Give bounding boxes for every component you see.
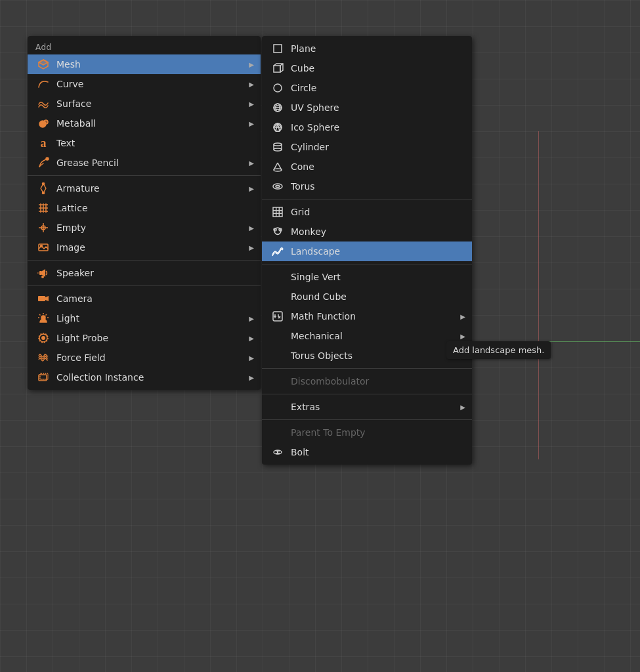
tooltip-text: Add landscape mesh. bbox=[453, 345, 544, 355]
svg-point-28 bbox=[41, 336, 45, 340]
mesh-item-bolt[interactable]: Bolt bbox=[262, 442, 472, 462]
plane-icon bbox=[268, 42, 287, 55]
menu-header: Add bbox=[28, 39, 261, 54]
light-probe-arrow: ▶ bbox=[242, 335, 254, 342]
collection-arrow: ▶ bbox=[242, 374, 254, 381]
menu-item-camera[interactable]: Camera bbox=[28, 289, 261, 308]
svg-rect-49 bbox=[273, 207, 282, 217]
camera-icon bbox=[34, 292, 53, 305]
svg-point-3 bbox=[44, 120, 48, 124]
menu-item-image[interactable]: Image ▶ bbox=[28, 238, 261, 257]
torus-objects-icon bbox=[268, 349, 287, 362]
grease-pencil-arrow: ▶ bbox=[242, 159, 254, 167]
mesh-item-landscape[interactable]: Landscape bbox=[262, 242, 472, 261]
plane-label: Plane bbox=[291, 43, 316, 54]
menu-item-empty[interactable]: Empty ▶ bbox=[28, 218, 261, 238]
menu-container: Add Mesh ▶ Curve ▶ bbox=[28, 36, 472, 465]
round-cube-icon bbox=[268, 290, 287, 303]
armature-arrow: ▶ bbox=[242, 185, 254, 192]
mesh-item-cube[interactable]: Cube bbox=[262, 58, 472, 78]
light-probe-icon bbox=[34, 331, 53, 345]
light-label: Light bbox=[56, 313, 79, 324]
svg-point-48 bbox=[276, 186, 280, 188]
mesh-item-monkey[interactable]: Monkey bbox=[262, 222, 472, 242]
round-cube-label: Round Cube bbox=[291, 291, 347, 302]
speaker-label: Speaker bbox=[56, 268, 94, 278]
mesh-item-extras[interactable]: Extras ▶ bbox=[262, 397, 472, 417]
surface-label: Surface bbox=[56, 98, 91, 109]
mesh-sep-3 bbox=[262, 368, 472, 369]
cube-icon bbox=[268, 62, 287, 75]
ico-sphere-label: Ico Sphere bbox=[291, 122, 339, 133]
svg-point-10 bbox=[43, 192, 45, 194]
torus-icon bbox=[268, 180, 287, 193]
grid-label: Grid bbox=[291, 207, 310, 217]
curve-arrow: ▶ bbox=[242, 81, 254, 88]
grease-pencil-icon bbox=[34, 156, 53, 169]
lattice-icon bbox=[34, 201, 53, 215]
mesh-item-grid[interactable]: Grid bbox=[262, 202, 472, 222]
cone-icon bbox=[268, 160, 287, 173]
mesh-item-mechanical[interactable]: Mechanical ▶ bbox=[262, 326, 472, 346]
mesh-item-cone[interactable]: Cone bbox=[262, 157, 472, 177]
mesh-item-parent-to-empty: Parent To Empty bbox=[262, 423, 472, 442]
math-function-label: Math Function bbox=[291, 311, 356, 322]
text-label: Text bbox=[56, 138, 75, 148]
image-label: Image bbox=[56, 242, 85, 253]
mesh-item-round-cube[interactable]: Round Cube bbox=[262, 287, 472, 306]
mesh-item-single-vert[interactable]: Single Vert bbox=[262, 267, 472, 287]
empty-arrow: ▶ bbox=[242, 224, 254, 232]
menu-item-lattice[interactable]: Lattice bbox=[28, 198, 261, 218]
menu-item-metaball[interactable]: Metaball ▶ bbox=[28, 114, 261, 133]
armature-label: Armature bbox=[56, 183, 100, 194]
menu-item-force-field[interactable]: Force Field ▶ bbox=[28, 348, 261, 368]
uv-sphere-label: UV Sphere bbox=[291, 102, 339, 113]
menu-item-collection-instance[interactable]: Collection Instance ▶ bbox=[28, 368, 261, 387]
monkey-icon bbox=[268, 225, 287, 238]
extras-label: Extras bbox=[291, 402, 320, 412]
parent-to-empty-label: Parent To Empty bbox=[291, 427, 366, 438]
menu-item-curve[interactable]: Curve ▶ bbox=[28, 74, 261, 94]
svg-point-21 bbox=[41, 245, 43, 247]
menu-item-grease-pencil[interactable]: Grease Pencil ▶ bbox=[28, 153, 261, 173]
svg-point-41 bbox=[274, 148, 282, 151]
torus-objects-label: Torus Objects bbox=[291, 350, 352, 361]
menu-item-speaker[interactable]: Speaker bbox=[28, 263, 261, 283]
mesh-item-plane[interactable]: Plane bbox=[262, 39, 472, 58]
menu-item-light[interactable]: Light ▶ bbox=[28, 308, 261, 328]
mesh-item-torus[interactable]: Torus bbox=[262, 177, 472, 196]
svg-point-44 bbox=[274, 169, 282, 171]
force-field-arrow: ▶ bbox=[242, 354, 254, 362]
surface-arrow: ▶ bbox=[242, 100, 254, 108]
metaball-arrow: ▶ bbox=[242, 120, 254, 127]
ico-sphere-icon bbox=[268, 121, 287, 134]
menu-item-text[interactable]: a Text bbox=[28, 133, 261, 153]
mesh-item-math-function[interactable]: Math Function ▶ bbox=[262, 306, 472, 326]
mesh-item-uv-sphere[interactable]: UV Sphere bbox=[262, 98, 472, 117]
mesh-item-cylinder[interactable]: Cylinder bbox=[262, 137, 472, 157]
force-field-label: Force Field bbox=[56, 352, 106, 363]
mechanical-icon bbox=[268, 329, 287, 343]
landscape-icon bbox=[268, 245, 287, 258]
mesh-icon bbox=[34, 58, 53, 71]
mesh-item-discombobulator: Discombobulator bbox=[262, 371, 472, 391]
mesh-item-circle[interactable]: Circle bbox=[262, 78, 472, 98]
mesh-sep-4 bbox=[262, 394, 472, 394]
camera-label: Camera bbox=[56, 293, 93, 304]
mesh-item-ico-sphere[interactable]: Ico Sphere bbox=[262, 117, 472, 137]
menu-item-light-probe[interactable]: Light Probe ▶ bbox=[28, 328, 261, 348]
grid-icon bbox=[268, 205, 287, 219]
svg-rect-24 bbox=[38, 296, 45, 301]
menu-item-surface[interactable]: Surface ▶ bbox=[28, 94, 261, 114]
extras-arrow: ▶ bbox=[454, 404, 465, 411]
svg-marker-1 bbox=[39, 60, 48, 65]
math-function-icon bbox=[268, 310, 287, 323]
empty-label: Empty bbox=[56, 222, 86, 233]
menu-item-mesh[interactable]: Mesh ▶ bbox=[28, 54, 261, 74]
image-icon bbox=[34, 241, 53, 254]
lattice-label: Lattice bbox=[56, 203, 88, 213]
mesh-item-torus-objects[interactable]: Torus Objects ▶ bbox=[262, 346, 472, 366]
svg-point-9 bbox=[43, 183, 45, 185]
discombobulator-label: Discombobulator bbox=[291, 376, 369, 387]
menu-item-armature[interactable]: Armature ▶ bbox=[28, 178, 261, 198]
